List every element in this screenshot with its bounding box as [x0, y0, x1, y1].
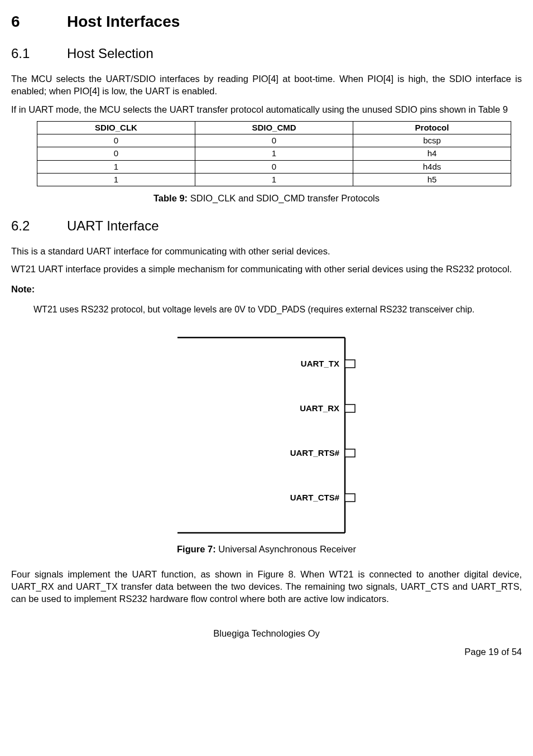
table-header-row: SDIO_CLK SDIO_CMD Protocol [37, 121, 511, 134]
td: 0 [195, 160, 353, 173]
pin-label: UART_CTS# [290, 493, 339, 502]
caption-bold: Table 9: [153, 193, 188, 203]
table-row: 0 1 h4 [37, 147, 511, 160]
svg-rect-3 [345, 360, 355, 368]
svg-rect-4 [345, 405, 355, 412]
caption-text: SDIO_CLK and SDIO_CMD transfer Protocols [188, 193, 380, 203]
td: bcsp [353, 134, 511, 147]
h2-number: 6.1 [11, 45, 67, 62]
paragraph: Four signals implement the UART function… [11, 568, 522, 605]
figure-7-caption: Figure 7: Universal Asynchronous Receive… [11, 543, 522, 555]
svg-rect-5 [345, 449, 355, 457]
h2-number: 6.2 [11, 217, 67, 235]
footer-page: Page 19 of 54 [11, 646, 522, 658]
td: 1 [195, 147, 353, 160]
table-9-caption: Table 9: SDIO_CLK and SDIO_CMD transfer … [11, 192, 522, 204]
td: 0 [37, 134, 195, 147]
paragraph: If in UART mode, the MCU selects the UAR… [11, 103, 522, 115]
h2-title: UART Interface [67, 218, 159, 233]
heading-6-1: 6.1Host Selection [11, 45, 522, 62]
table-9: SDIO_CLK SDIO_CMD Protocol 0 0 bcsp 0 1 … [37, 121, 511, 186]
td: h4ds [353, 160, 511, 173]
note-body: WT21 uses RS232 protocol, but voltage le… [33, 304, 522, 316]
table-row: 1 0 h4ds [37, 160, 511, 173]
paragraph: WT21 UART interface provides a simple me… [11, 263, 522, 275]
h1-number: 6 [11, 11, 67, 32]
td: h4 [353, 147, 511, 160]
td: 1 [195, 173, 353, 186]
td: 1 [37, 160, 195, 173]
td: 0 [195, 134, 353, 147]
th: SDIO_CMD [195, 121, 353, 134]
svg-rect-6 [345, 494, 355, 502]
th: SDIO_CLK [37, 121, 195, 134]
pin-label: UART_RTS# [290, 448, 339, 458]
paragraph: This is a standard UART interface for co… [11, 245, 522, 257]
table-row: 0 0 bcsp [37, 134, 511, 147]
h2-title: Host Selection [67, 46, 153, 61]
caption-bold: Figure 7: [177, 544, 216, 554]
h1-title: Host Interfaces [67, 13, 180, 30]
table-row: 1 1 h5 [37, 173, 511, 186]
footer-company: Bluegiga Technologies Oy [11, 627, 522, 639]
pin-label: UART_RX [300, 403, 339, 413]
caption-text: Universal Asynchronous Receiver [216, 544, 356, 554]
paragraph: The MCU selects the UART/SDIO interfaces… [11, 73, 522, 98]
uart-diagram: UART_TX UART_RX UART_RTS# UART_CTS# [166, 332, 367, 538]
td: h5 [353, 173, 511, 186]
pin-label: UART_TX [300, 359, 339, 368]
heading-1: 6Host Interfaces [11, 11, 522, 32]
note-label: Note: [11, 283, 522, 295]
th: Protocol [353, 121, 511, 134]
figure-7: UART_TX UART_RX UART_RTS# UART_CTS# [11, 332, 522, 538]
heading-6-2: 6.2UART Interface [11, 217, 522, 235]
td: 0 [37, 147, 195, 160]
td: 1 [37, 173, 195, 186]
